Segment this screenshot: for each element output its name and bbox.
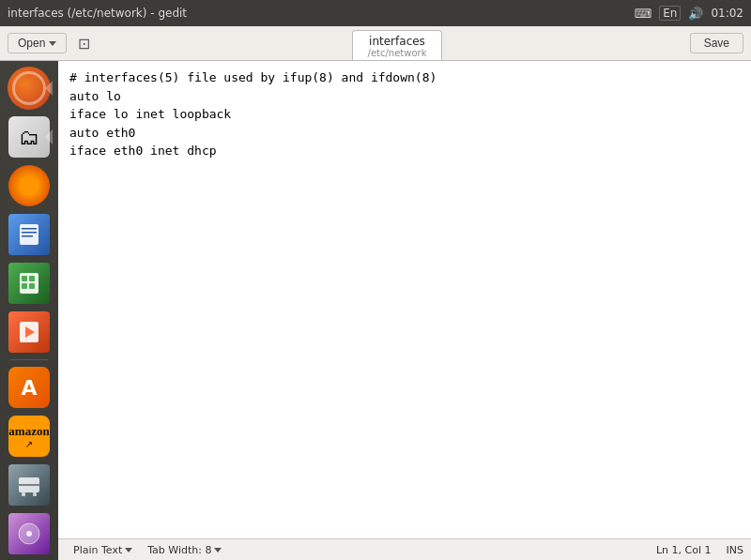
launcher-item-amazon[interactable]: amazon ↗ (6, 413, 53, 460)
svg-rect-8 (29, 283, 35, 289)
launcher-item-dvd[interactable] (6, 510, 53, 557)
titlebar-controls: ⌨ En 🔊 01:02 (634, 6, 743, 21)
app-container: Open ⊡ interfaces /etc/network Save 🗂 (0, 26, 751, 560)
toolbar: Open ⊡ interfaces /etc/network Save (0, 26, 751, 61)
keyboard-icon[interactable]: ⌨ (634, 7, 651, 21)
appstore-icon: A (8, 367, 50, 408)
tab-width-label: Tab Width: 8 (147, 544, 211, 556)
svg-rect-14 (33, 492, 37, 496)
open-label: Open (18, 37, 45, 50)
editor-content[interactable]: # interfaces(5) file used by ifup(8) and… (58, 61, 751, 538)
launcher-separator (10, 359, 48, 360)
writer-icon (8, 214, 50, 255)
svg-rect-2 (22, 232, 37, 234)
volume-icon[interactable]: 🔊 (688, 7, 703, 21)
ins-mode: INS (727, 544, 743, 556)
svg-rect-7 (22, 283, 27, 289)
svg-rect-5 (22, 276, 27, 281)
editor-container: # interfaces(5) file used by ifup(8) and… (58, 61, 751, 560)
launcher-item-ubuntu[interactable] (6, 65, 53, 112)
impress-icon (8, 311, 50, 353)
tab-width-dropdown-icon (214, 548, 222, 552)
tab-width-selector[interactable]: Tab Width: 8 (140, 544, 229, 556)
titlebar: interfaces (/etc/network) - gedit ⌨ En 🔊… (0, 0, 751, 26)
ubuntu-logo-icon (8, 67, 51, 110)
launcher-item-calc[interactable] (6, 260, 53, 307)
firefox-icon (8, 165, 50, 206)
cursor-position: Ln 1, Col 1 (656, 544, 712, 556)
tab-name: interfaces (369, 35, 425, 48)
svg-point-16 (26, 531, 32, 537)
svg-rect-1 (22, 228, 37, 230)
tab-path: /etc/network (368, 48, 427, 58)
filemanager-icon: 🗂 (8, 116, 50, 158)
lang-indicator[interactable]: En (659, 6, 681, 21)
plain-text-dropdown-icon (125, 548, 132, 552)
new-window-icon[interactable]: ⊡ (70, 30, 97, 56)
svg-rect-13 (22, 492, 25, 496)
titlebar-title: interfaces (/etc/network) - gedit (8, 7, 187, 20)
svg-rect-12 (19, 484, 39, 486)
dvd-icon (8, 513, 50, 554)
plain-text-label: Plain Text (73, 544, 122, 556)
launcher-item-appstore[interactable]: A (6, 364, 53, 411)
save-button[interactable]: Save (690, 33, 743, 53)
launcher-item-scanner[interactable] (6, 462, 53, 508)
launcher-item-impress[interactable] (6, 309, 53, 356)
svg-rect-3 (22, 235, 33, 237)
calc-icon (8, 263, 50, 304)
svg-rect-0 (20, 224, 38, 245)
launcher-item-firefox[interactable] (6, 162, 53, 209)
svg-rect-6 (29, 276, 35, 281)
launcher-item-filemanager[interactable]: 🗂 (6, 114, 53, 160)
statusbar-right: Ln 1, Col 1 INS (656, 544, 743, 556)
scanner-icon (8, 464, 50, 506)
document-tab[interactable]: interfaces /etc/network (352, 30, 443, 60)
amazon-icon: amazon ↗ (8, 416, 50, 457)
open-button[interactable]: Open (8, 33, 67, 53)
plain-text-selector[interactable]: Plain Text (66, 544, 140, 556)
open-caret-icon (49, 41, 56, 46)
toolbar-left: Open ⊡ (0, 26, 104, 60)
statusbar: Plain Text Tab Width: 8 Ln 1, Col 1 INS (58, 538, 751, 560)
clock: 01:02 (711, 7, 743, 20)
launcher: 🗂 (0, 61, 58, 560)
content-area: 🗂 (0, 61, 751, 560)
launcher-item-writer[interactable] (6, 211, 53, 258)
